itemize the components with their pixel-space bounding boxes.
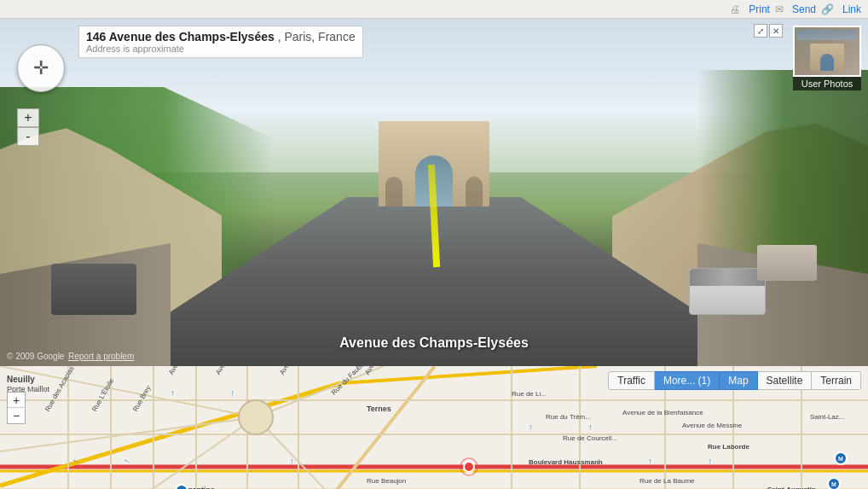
maximize-btn[interactable]: ⤢ (754, 24, 767, 38)
street-name-label: Avenue des Champs-Elysées (339, 335, 529, 351)
zoom-in-btn[interactable]: + (17, 108, 39, 127)
metro-saint-augustin: M (827, 477, 841, 489)
address-box: 146 Avenue des Champs-Elysées , Paris, F… (78, 26, 363, 58)
label-av-bienfaisance: Avenue de la Bienfaisance (622, 409, 703, 416)
label-rue-li: Rue de Li... (512, 390, 547, 398)
more-btn[interactable]: More... (1) (655, 371, 720, 390)
label-ternes: Ternes (367, 405, 391, 413)
map-zoom-controls[interactable]: + − (7, 392, 26, 424)
address-approx: Address is approximate (86, 44, 356, 54)
address-main: 146 Avenue des Champs-Elysées , Paris, F… (86, 30, 356, 44)
user-photos-panel[interactable]: User Photos (793, 26, 861, 90)
address-city: , Paris, France (278, 30, 356, 44)
report-problem[interactable]: Report a problem (68, 352, 134, 361)
car-van (689, 268, 766, 315)
label-rue-beaujon: Rue Beaujon (367, 477, 406, 485)
label-neuilly: Neuilly (7, 375, 35, 384)
map-btn[interactable]: Map (720, 371, 757, 390)
nav-arrows: ✛ (33, 57, 49, 79)
label-saint-augustin: Saint-Augustin (767, 486, 816, 489)
send-icon: ✉ (775, 3, 784, 15)
streetview-panel: 146 Avenue des Champs-Elysées , Paris, F… (0, 19, 868, 366)
svg-point-36 (464, 462, 474, 472)
car-dark (51, 264, 136, 315)
svg-text:↑: ↑ (529, 422, 533, 432)
terrain-btn[interactable]: Terrain (812, 371, 861, 390)
svg-text:↑: ↑ (171, 388, 175, 398)
svg-text:↑: ↑ (708, 457, 712, 466)
label-blvd-haussmann: Boulevard Haussmann (529, 458, 603, 466)
print-link[interactable]: Print (749, 3, 770, 15)
link-link[interactable]: Link (842, 3, 861, 15)
copyright: © 2009 Google (7, 352, 64, 361)
sv-controls[interactable]: ⤢ ✕ (754, 24, 783, 38)
link-icon: 🔗 (821, 3, 834, 15)
user-photos-label[interactable]: User Photos (793, 77, 861, 90)
label-av-messine: Avenue de Messine (682, 422, 742, 429)
map-zoom-out[interactable]: − (8, 408, 25, 423)
send-link[interactable]: Send (792, 3, 816, 15)
label-rue-laborde: Rue Laborde (708, 443, 749, 451)
label-saint-laz: Saint-Laz... (810, 413, 844, 421)
address-street: 146 Avenue des Champs-Elysées (86, 30, 275, 44)
print-icon: 🖨 (730, 3, 740, 15)
close-btn[interactable]: ✕ (769, 24, 783, 38)
svg-text:↑: ↑ (588, 422, 593, 432)
car-sedan (757, 245, 817, 281)
label-rue-courcell: Rue de Courcell... (563, 434, 617, 442)
user-photo-thumb[interactable] (793, 26, 861, 77)
label-rue-labaume: Rue de La Baume (639, 477, 695, 485)
label-rue-trem: Rue du Trém... (546, 413, 591, 421)
svg-text:↑: ↑ (648, 457, 652, 466)
svg-point-35 (239, 400, 273, 434)
nav-circle[interactable]: ✛ (17, 44, 65, 92)
metro-saint-laz: M (834, 451, 848, 465)
zoom-controls[interactable]: + - (17, 108, 39, 146)
satellite-btn[interactable]: Satellite (758, 371, 813, 390)
traffic-btn[interactable]: Traffic (608, 371, 655, 390)
top-bar: 🖨 Print ✉ Send 🔗 Link (0, 0, 868, 19)
svg-text:↑: ↑ (290, 457, 294, 466)
zoom-out-btn[interactable]: - (17, 127, 39, 146)
map-zoom-in[interactable]: + (8, 393, 25, 408)
map-section: ↑ ↑ ↑ ↑ ↑ ↑ ↑ ↑ ↑ ↑ Neuilly Porte Maillo… (0, 366, 868, 489)
map-toolbar[interactable]: Traffic More... (1) Map Satellite Terrai… (608, 371, 861, 390)
svg-text:↑: ↑ (230, 388, 234, 398)
